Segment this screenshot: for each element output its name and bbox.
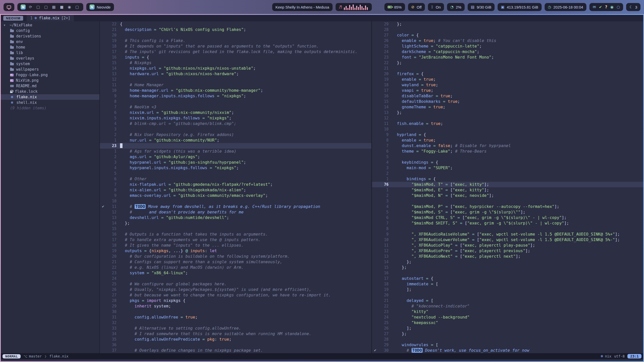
code-line[interactable]: 29 windowrules = [: [372, 342, 643, 348]
tree-item[interactable]: lib: [1, 50, 99, 56]
code-line[interactable]: 10: [100, 198, 371, 204]
code-line[interactable]: 3 hyprpanel.url = "github:jas-singhfsu/h…: [100, 160, 371, 165]
code-line[interactable]: 29 inherit system;: [100, 303, 371, 309]
code-line[interactable]: 11 ", XF86AudioPlay" = ["exec, playerctl…: [372, 243, 643, 248]
tree-item[interactable]: config: [1, 28, 99, 33]
code-line[interactable]: 13 };: [372, 110, 643, 115]
code-line[interactable]: 8 enable = true;: [372, 138, 643, 143]
code-line[interactable]: 3: [372, 198, 643, 204]
tree-item[interactable]: ❄shell.nix: [1, 100, 99, 105]
code-line[interactable]: 2 "$mainMod, N" = ["exec, neovide"];: [372, 193, 643, 198]
code-line[interactable]: 17 # The inputs' git revisions get locke…: [100, 49, 371, 55]
code-line[interactable]: 26 enable = true; # You can't disable th…: [372, 38, 643, 43]
code-line[interactable]: 17 vaapi = true;: [372, 88, 643, 93]
tree-item[interactable]: (9 hidden items): [1, 105, 99, 111]
code-line[interactable]: 27 color = {: [372, 32, 643, 38]
code-line[interactable]: ✔11 # TODO Move away from devshell, as i…: [100, 204, 371, 209]
code-line[interactable]: 20: [100, 32, 371, 38]
code-line[interactable]: 14 };: [100, 220, 371, 226]
tree-item[interactable]: derivations: [1, 33, 99, 39]
code-line[interactable]: 6 nixvim.url = "github:nix-community/nix…: [100, 110, 371, 115]
code-line[interactable]: 17 # To handle extra arguments we use th…: [100, 237, 371, 243]
code-line[interactable]: 8: [100, 99, 371, 104]
module-notifications-toggle[interactable]: ⊘Off: [408, 3, 425, 11]
code-line[interactable]: 15 defaultBookmarks = true;: [372, 99, 643, 104]
workspace-icon[interactable]: ⟳: [28, 5, 33, 9]
code-line[interactable]: 19 enable = true;: [372, 77, 643, 82]
code-line[interactable]: 24 "nextcloud --background": [372, 314, 643, 320]
tree-item[interactable]: ❄flake.nix: [1, 94, 99, 100]
module-clock[interactable]: ◷2025-06-18 00:04: [545, 3, 587, 11]
tree-item[interactable]: wallpapers: [1, 67, 99, 72]
code-line[interactable]: 22 # "kdeconnect-indicator": [372, 303, 643, 309]
code-line[interactable]: 9 hyprland = {: [372, 132, 643, 138]
code-line[interactable]: 34 # I read somewhere that this is more …: [100, 331, 371, 337]
code-line[interactable]: 19 # This config is a Flake.: [100, 38, 371, 43]
code-line[interactable]: 5 nixvim.inputs.nixpkgs.follows = "nixpk…: [100, 115, 371, 121]
code-line[interactable]: 27 };: [372, 331, 643, 337]
tree-item[interactable]: ▾~/NixFlake: [1, 22, 99, 28]
editor-pane-right[interactable]: 29 };2827 color = {26 enable = true; # Y…: [372, 21, 643, 353]
code-line[interactable]: 24: [100, 276, 371, 281]
workspace-icon[interactable]: N: [21, 5, 26, 10]
code-line[interactable]: 22 };: [372, 60, 643, 66]
code-line[interactable]: 9 ", XF86AudioRaiseVolume" = ["exec, wpc…: [372, 232, 643, 237]
code-line[interactable]: 8: [372, 226, 643, 232]
tree-item[interactable]: home: [1, 44, 99, 50]
code-line[interactable]: 21 delayed = [: [372, 298, 643, 303]
code-line[interactable]: 14 nixpkgs.url = "github:nixos/nixpkgs/n…: [100, 66, 371, 71]
code-line[interactable]: 1 bindings = {: [372, 176, 643, 182]
code-line[interactable]: 7 dunst.enable = false; # Disable for hy…: [372, 143, 643, 149]
workspace-icon[interactable]: ▢: [35, 5, 41, 9]
code-line[interactable]: 3 main-mod = "SUPER";: [372, 165, 643, 171]
code-line[interactable]: 13 ", XF86AudioNext" = ["exec, playerctl…: [372, 254, 643, 259]
editor-pane-left[interactable]: 22{21 description = "ChUrl's NixOS confi…: [100, 21, 372, 353]
code-line[interactable]: 14 gnomeTheme = true;: [372, 104, 643, 110]
tray-icon-3[interactable]: ?: [605, 5, 607, 9]
module-disk[interactable]: ▣413.19/915.81 GiB: [498, 3, 541, 11]
code-line[interactable]: 16 inputs = {: [100, 55, 371, 60]
tray-icon-2[interactable]: ✔: [599, 5, 602, 9]
code-line[interactable]: 11 fish.enable = true;: [372, 121, 643, 126]
code-line[interactable]: 21: [372, 66, 643, 71]
code-line[interactable]: 7 # NeoVim <3: [100, 104, 371, 110]
code-line[interactable]: 4 # blink-cmp.url = "github:saghen/blink…: [100, 121, 371, 126]
code-line[interactable]: 28 pkgs = import nixpkgs {: [100, 298, 371, 303]
code-line[interactable]: 5: [372, 154, 643, 160]
code-line[interactable]: ✔30 # TODO Doesn't work, use focus_on_ac…: [372, 348, 643, 353]
code-line[interactable]: 17 autostart = {: [372, 276, 643, 281]
code-line[interactable]: 9 home-manager.inputs.nixpkgs.follows = …: [100, 93, 371, 99]
code-line[interactable]: 12: [372, 115, 643, 121]
tree-item[interactable]: Foggy-Lake.png: [1, 72, 99, 78]
code-line[interactable]: 76 "$mainMod, T" = ["exec, kitty"];: [372, 182, 643, 187]
code-line[interactable]: 32: [100, 320, 371, 326]
code-line[interactable]: 36: [100, 342, 371, 348]
code-line[interactable]: 3: [100, 126, 371, 132]
module-battery[interactable]: 85%: [384, 3, 405, 11]
code-line[interactable]: 15: [100, 226, 371, 232]
code-line[interactable]: 25 # We configure our global packages he…: [100, 281, 371, 287]
notifications-module[interactable]: ☾3: [626, 3, 640, 11]
tray-icon-1[interactable]: ✉: [593, 5, 596, 9]
tree-item[interactable]: env: [1, 39, 99, 44]
code-line[interactable]: 4 "$mainMod, P" = ["exec, hyprpicker --a…: [372, 204, 643, 209]
code-line[interactable]: 7 "$mainMod SHIFT, S" = ["exec, grim -g …: [372, 220, 643, 226]
code-line[interactable]: 13 devshell.url = "github:numtide/devshe…: [100, 215, 371, 220]
code-line[interactable]: 13 hardware.url = "github:nixos/nixos-ha…: [100, 71, 371, 77]
code-line[interactable]: 37 # Overlays define changes in the nixp…: [100, 348, 371, 353]
code-line[interactable]: 15 };: [372, 265, 643, 270]
code-line[interactable]: 10 ", XF86AudioLowerVolume" = ["exec, wp…: [372, 237, 643, 243]
module-bluetooth[interactable]: ᛒOn: [428, 3, 444, 11]
music-title-module[interactable]: Keep Shelly In Athens - Medusa: [272, 3, 332, 11]
workspace-icon[interactable]: ◉: [67, 5, 72, 9]
code-line[interactable]: 8 nix-alien.url = "github:thiagokokada/n…: [100, 187, 371, 193]
workspace-icon[interactable]: ▢: [74, 5, 80, 9]
buffer-tab[interactable]: 1 ❄ flake.nix[2+]: [27, 15, 74, 21]
code-line[interactable]: 9 emacs-overlay.url = "github:nix-commun…: [100, 193, 371, 198]
tray-icon-4[interactable]: ◉: [610, 5, 614, 9]
code-line[interactable]: 2: [372, 171, 643, 176]
code-line[interactable]: 21 # Configs can support more than a sin…: [100, 259, 371, 265]
code-line[interactable]: 12: [100, 77, 371, 82]
workspace-icon[interactable]: ▢: [43, 5, 49, 9]
code-line[interactable]: 26 # Usually, "nixpkgs.legacyPackages.${…: [100, 287, 371, 292]
